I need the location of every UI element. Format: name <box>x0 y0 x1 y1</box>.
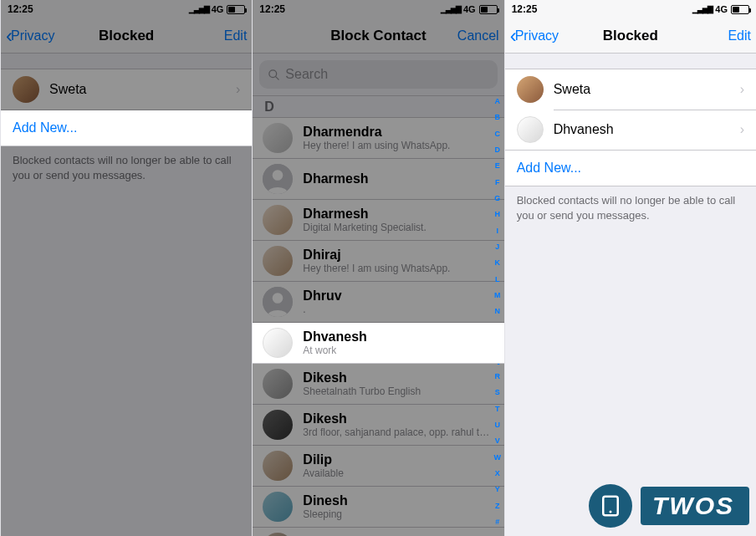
screen-blocked-after: 12:25 ▁▃▅▇ 4G ‹ Privacy Blocked Edit Swe… <box>504 0 756 536</box>
chevron-right-icon: › <box>740 82 744 97</box>
index-letter[interactable]: A <box>494 97 500 105</box>
index-letter[interactable]: # <box>495 518 499 526</box>
svg-point-9 <box>610 510 612 513</box>
footer-note: Blocked contacts will no longer be able … <box>1 146 252 189</box>
watermark: TWOS <box>589 484 749 528</box>
section-header: D <box>253 95 503 118</box>
index-letter[interactable]: S <box>495 388 500 396</box>
status-time: 12:25 <box>259 3 285 15</box>
footer-note: Blocked contacts will no longer be able … <box>505 186 756 229</box>
index-letter[interactable]: H <box>494 210 500 218</box>
nav-bar: ‹ Privacy Blocked Edit <box>505 18 756 54</box>
index-letter[interactable]: N <box>494 307 500 315</box>
contact-row[interactable]: DharmeshDigital Marketing Specialist. <box>253 200 503 241</box>
back-button[interactable]: ‹ Privacy <box>6 26 54 46</box>
add-new-button[interactable]: Add New... <box>505 151 756 186</box>
avatar <box>263 533 293 536</box>
contact-name: Dhruv <box>303 288 493 304</box>
index-letter[interactable]: E <box>495 161 500 170</box>
contact-status: Hey there! I am using WhatsApp. <box>303 140 493 153</box>
cancel-button[interactable]: Cancel <box>457 28 499 43</box>
contact-row[interactable]: DhirajHey there! I am using WhatsApp. <box>253 241 503 282</box>
avatar <box>517 76 544 103</box>
avatar <box>263 369 293 399</box>
signal-icon: ▁▃▅▇ <box>692 5 713 13</box>
contact-row[interactable]: Dharmesh <box>253 159 503 200</box>
avatar <box>263 492 293 522</box>
contact-row[interactable]: DharmendraHey there! I am using WhatsApp… <box>253 118 503 159</box>
contact-row[interactable]: Dhruv. <box>253 282 503 323</box>
edit-button[interactable]: Edit <box>224 28 248 43</box>
index-letter[interactable]: U <box>494 421 500 429</box>
status-time: 12:25 <box>8 3 33 15</box>
nav-bar: Block Contact Cancel <box>253 18 503 54</box>
contact-name: Dikesh <box>303 370 493 385</box>
avatar <box>263 328 293 358</box>
chevron-right-icon: › <box>236 82 240 97</box>
contact-name: Dharmesh <box>303 171 493 186</box>
blocked-contact-row[interactable]: Sweta › <box>505 69 756 110</box>
contact-row[interactable]: DhvaneshAt work <box>253 323 503 364</box>
contact-status: Sleeping <box>303 508 493 522</box>
status-bar: 12:25 ▁▃▅▇ 4G <box>1 0 252 18</box>
search-input[interactable]: Search <box>259 60 497 89</box>
edit-button[interactable]: Edit <box>728 28 751 43</box>
network-label: 4G <box>212 4 224 14</box>
index-letter[interactable]: R <box>494 372 500 380</box>
index-letter[interactable]: Z <box>495 502 500 510</box>
contact-name: Dhvanesh <box>303 329 493 345</box>
index-letter[interactable]: I <box>496 227 498 235</box>
blocked-contact-row[interactable]: Dhvanesh › <box>505 110 756 151</box>
index-letter[interactable]: B <box>494 113 500 121</box>
index-letter[interactable]: Y <box>495 485 500 493</box>
contact-name: Dilip <box>303 452 493 467</box>
network-label: 4G <box>715 4 728 14</box>
index-letter[interactable]: K <box>494 258 500 267</box>
index-letter[interactable]: J <box>495 242 499 251</box>
index-letter[interactable]: D <box>494 145 500 154</box>
index-letter[interactable]: W <box>493 453 501 462</box>
alphabet-index[interactable]: ABCDEFGHIJKLMNOPQRSTUVWXYZ# <box>492 94 503 529</box>
index-letter[interactable]: T <box>495 405 500 413</box>
contact-name: Sweta <box>49 82 236 97</box>
avatar <box>263 123 293 153</box>
index-letter[interactable]: V <box>495 436 500 445</box>
avatar <box>517 116 544 143</box>
contact-row[interactable]: Dikesh3rd floor, sahjanand palace, opp. … <box>253 405 503 446</box>
back-label: Privacy <box>515 28 559 43</box>
contact-status: Available <box>303 467 493 481</box>
index-letter[interactable]: G <box>494 194 500 202</box>
battery-icon <box>731 5 749 14</box>
network-label: 4G <box>463 4 476 14</box>
screen-blocked-before: 12:25 ▁▃▅▇ 4G ‹ Privacy Blocked Edit Swe… <box>0 0 252 536</box>
contact-status: Sheetalnath Turbo English <box>303 385 493 399</box>
avatar <box>263 451 293 481</box>
index-letter[interactable]: C <box>494 130 500 138</box>
contact-name: Dharmendra <box>303 124 493 140</box>
battery-icon <box>479 5 498 14</box>
contact-row[interactable]: DineshSleeping <box>253 487 503 528</box>
index-letter[interactable]: L <box>495 275 500 283</box>
avatar <box>263 246 293 276</box>
contact-status: Digital Marketing Specialist. <box>303 222 493 235</box>
contact-list[interactable]: DharmendraHey there! I am using WhatsApp… <box>253 118 503 536</box>
signal-icon: ▁▃▅▇ <box>441 5 461 13</box>
contact-name: Sweta <box>554 82 740 97</box>
svg-line-1 <box>276 76 279 79</box>
index-letter[interactable]: M <box>494 291 501 299</box>
contact-name: Dharmesh <box>303 206 493 222</box>
blocked-contact-row[interactable]: Sweta › <box>1 69 252 110</box>
contact-row[interactable]: Dinesh BhaiHey there! I am using WhatsAp… <box>253 528 503 536</box>
contact-name: Dhvanesh <box>554 122 740 137</box>
index-letter[interactable]: X <box>495 469 500 477</box>
avatar <box>263 164 293 194</box>
back-label: Privacy <box>11 28 54 43</box>
index-letter[interactable]: F <box>495 178 500 186</box>
back-button[interactable]: ‹ Privacy <box>510 26 559 46</box>
add-new-button[interactable]: Add New... <box>1 110 252 146</box>
contact-row[interactable]: DikeshSheetalnath Turbo English <box>253 364 503 405</box>
contact-status: At work <box>303 345 493 358</box>
status-time: 12:25 <box>512 3 538 15</box>
signal-icon: ▁▃▅▇ <box>189 5 209 13</box>
contact-row[interactable]: DilipAvailable <box>253 446 503 487</box>
